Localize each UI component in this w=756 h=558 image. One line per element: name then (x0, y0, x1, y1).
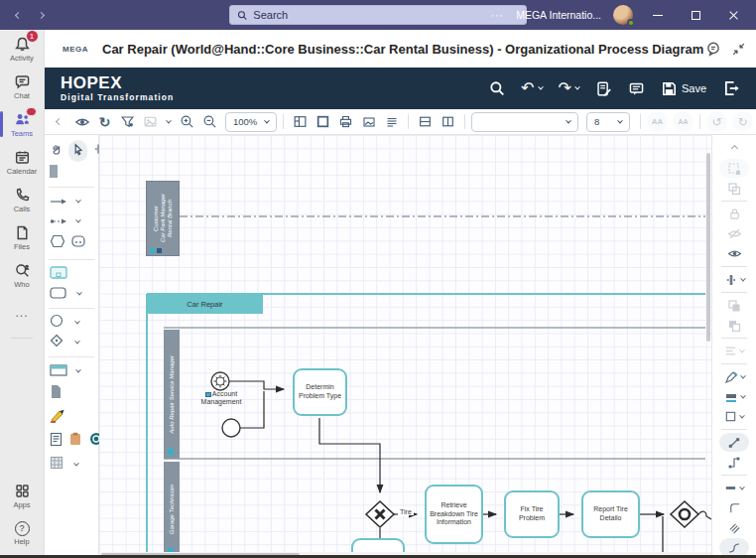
event-dropdown[interactable] (74, 319, 80, 325)
data-object-icon[interactable] (50, 384, 63, 403)
sidebar-item-calendar[interactable]: Calendar (0, 143, 45, 181)
user-avatar[interactable] (613, 5, 633, 25)
gateway-dropdown[interactable] (74, 339, 80, 345)
text-lines-icon[interactable] (381, 111, 402, 132)
lane-garage-technician[interactable]: Garage Technician (164, 462, 180, 558)
inclusive-gateway[interactable] (671, 501, 698, 527)
lock-icon[interactable] (728, 205, 741, 223)
frame-icon[interactable] (313, 111, 333, 132)
hopex-search-icon[interactable] (489, 80, 505, 96)
fill-style-icon[interactable] (724, 387, 745, 406)
distribute-icon[interactable] (724, 270, 745, 289)
canvas-vertical-scrollbar[interactable] (706, 153, 710, 342)
message-flow-icon[interactable] (50, 212, 67, 230)
font-decrease-icon[interactable]: AA (673, 111, 693, 132)
filter-icon[interactable] (117, 111, 138, 132)
matrix-dropdown[interactable] (73, 461, 79, 467)
edit-document-icon[interactable] (595, 80, 612, 97)
comment-icon[interactable] (628, 80, 645, 97)
document-lines-icon[interactable] (50, 432, 63, 451)
zoom-in-icon[interactable] (177, 111, 197, 132)
sidebar-item-files[interactable]: Files (0, 218, 45, 256)
sidebar-item-teams[interactable]: Teams (0, 105, 45, 143)
hatch-style-icon[interactable] (728, 518, 741, 537)
pool-header[interactable]: Car Repair (147, 294, 263, 314)
stepped-connector-icon[interactable] (727, 453, 741, 472)
save-button[interactable]: Save (661, 80, 706, 97)
titlebar-more-icon[interactable]: ⋯ (490, 8, 504, 23)
flow-account-to-determine[interactable] (229, 381, 284, 389)
search-input[interactable] (253, 9, 519, 21)
minimize-button[interactable] (645, 0, 671, 30)
exit-icon[interactable] (722, 79, 740, 97)
sequence-flow-dropdown[interactable] (75, 198, 81, 204)
collapse-icon[interactable] (731, 42, 746, 57)
exclusive-gateway[interactable] (366, 501, 394, 527)
account-management-label[interactable]: Account Management (190, 390, 252, 406)
font-size-dropdown[interactable]: 8 (586, 112, 630, 132)
refresh-icon[interactable]: ↻ (94, 111, 115, 132)
eye-icon[interactable] (727, 244, 742, 263)
nav-back-icon[interactable] (15, 11, 22, 18)
gateway-shape-icon[interactable] (50, 334, 63, 351)
align-icon[interactable] (724, 342, 744, 360)
sidebar-item-chat[interactable]: Chat (0, 68, 45, 105)
zoom-out-icon[interactable] (199, 111, 220, 132)
pen-style-icon[interactable] (724, 367, 745, 386)
straight-connector-icon[interactable] (719, 433, 749, 452)
sidebar-item-help[interactable]: ? Help (0, 514, 45, 552)
print-icon[interactable] (335, 111, 356, 132)
feedback-bubble-icon[interactable] (705, 41, 721, 57)
visibility-icon[interactable] (71, 111, 92, 132)
task-determine-problem-type[interactable]: Determin Problem Type (293, 368, 347, 416)
rounded-shape-icon[interactable] (70, 233, 86, 253)
pan-tool-icon[interactable] (50, 142, 63, 160)
bring-to-front-icon[interactable] (727, 296, 741, 315)
select-tool-icon[interactable] (68, 140, 87, 162)
task-dropdown[interactable] (76, 290, 82, 296)
layout-panel-icon[interactable] (290, 111, 311, 132)
close-button[interactable] (720, 0, 746, 30)
nav-forward-icon[interactable] (38, 11, 45, 18)
undo-button[interactable]: ↶ (521, 80, 542, 96)
clipboard-icon[interactable] (69, 432, 81, 450)
external-pool[interactable]: Customer Car Park Manager Rental Branch (146, 181, 180, 256)
pool-dropdown[interactable] (75, 367, 81, 373)
rotate-left-icon[interactable]: ↺ (706, 111, 727, 132)
sequence-flow-icon[interactable] (50, 193, 67, 210)
lane-shape-icon[interactable] (50, 164, 58, 182)
flow-label-tire[interactable]: Tire (398, 508, 414, 515)
task-shape-icon[interactable] (50, 285, 66, 303)
flow-gateway2-out[interactable] (698, 511, 711, 519)
toolbar-collapse-icon[interactable] (49, 111, 69, 132)
sidebar-item-calls[interactable]: Calls (0, 181, 45, 218)
event-shape-icon[interactable] (50, 314, 63, 332)
image-export-icon[interactable] (140, 111, 161, 132)
split-vertical-icon[interactable] (438, 111, 458, 132)
task-fix-tire-problem[interactable]: Fix Tire Problem (504, 490, 560, 538)
eye-off-icon[interactable] (727, 224, 742, 243)
process-shape-icon[interactable] (50, 265, 67, 283)
font-increase-icon[interactable]: AA (647, 111, 668, 132)
lane-auto-repair-service-manager[interactable]: Auto Repair Service Manager (164, 330, 180, 459)
panel-scroll-up[interactable] (732, 139, 737, 158)
send-to-back-icon[interactable] (727, 316, 741, 335)
search-box[interactable] (229, 5, 527, 25)
diagram-canvas[interactable]: Customer Car Park Manager Rental Branch … (99, 135, 711, 558)
split-horizontal-icon[interactable] (415, 111, 436, 132)
sidebar-item-activity[interactable]: 1 Activity (0, 30, 45, 68)
export-dropdown-icon[interactable] (163, 111, 175, 132)
hexagon-shape-icon[interactable] (50, 233, 65, 253)
redo-button[interactable]: ↷ (559, 80, 579, 96)
group-icon[interactable] (727, 179, 741, 198)
picture-icon[interactable] (358, 111, 379, 132)
rotate-right-icon[interactable]: ↻ (732, 111, 753, 132)
corner-style-icon[interactable] (728, 498, 741, 517)
sidebar-item-more[interactable]: ... (0, 294, 45, 332)
task-report-tire-details[interactable]: Report Tire Detailo (581, 490, 640, 538)
flow-determine-to-gateway[interactable] (319, 418, 380, 492)
matrix-shape-icon[interactable] (50, 456, 63, 474)
task-retrieve-breakdown[interactable]: Retrieve Breakdown Tire Information (425, 485, 483, 544)
marquee-select-icon[interactable] (719, 159, 749, 178)
font-family-dropdown[interactable] (471, 112, 578, 132)
